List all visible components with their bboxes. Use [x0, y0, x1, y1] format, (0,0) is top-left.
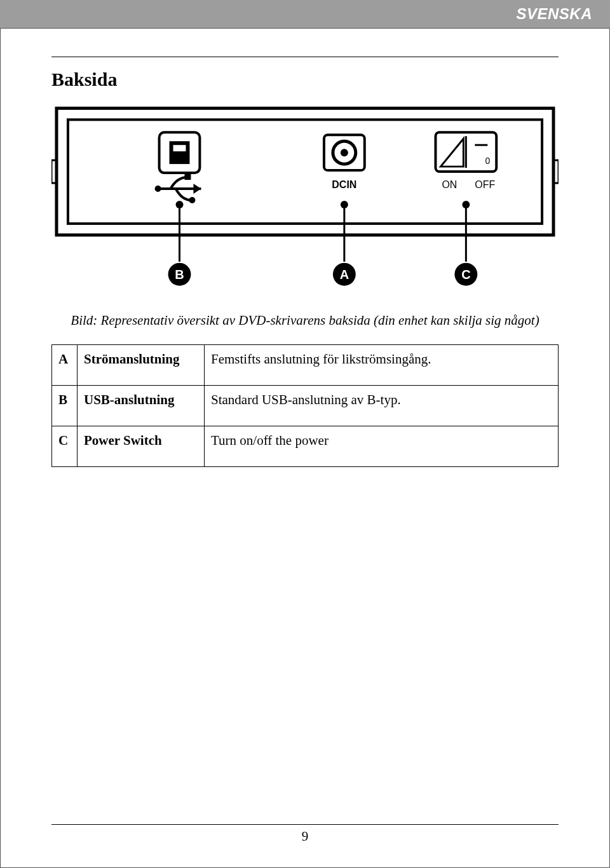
header-language: SVENSKA — [516, 5, 592, 23]
row-desc: Femstifts anslutning för likströmsingång… — [205, 345, 559, 386]
row-name: Power Switch — [78, 426, 205, 467]
dcin-label: DCIN — [332, 179, 356, 190]
svg-point-11 — [189, 197, 195, 203]
svg-rect-2 — [51, 160, 57, 183]
top-rule — [51, 57, 559, 57]
table-row: A Strömanslutning Femstifts anslutning f… — [52, 345, 559, 386]
svg-marker-17 — [440, 139, 463, 166]
table-row: C Power Switch Turn on/off the power — [52, 426, 559, 467]
rear-panel-diagram: DCIN 0 ON OFF B A C — [51, 103, 559, 294]
callout-c: C — [461, 268, 470, 281]
row-name: Strömanslutning — [78, 345, 205, 386]
row-id: A — [52, 345, 78, 386]
svg-rect-3 — [553, 160, 559, 183]
row-desc: Turn on/off the power — [205, 426, 559, 467]
svg-text:0: 0 — [485, 156, 490, 166]
figure-caption: Bild: Representativ översikt av DVD-skri… — [51, 311, 559, 329]
row-desc: Standard USB-anslutning av B-typ. — [205, 386, 559, 426]
header-bar: SVENSKA — [0, 0, 610, 28]
svg-point-14 — [341, 149, 348, 156]
page-footer: 9 — [51, 824, 559, 844]
off-label: OFF — [475, 179, 495, 190]
page-body: Baksida — [0, 28, 610, 868]
svg-rect-5 — [170, 141, 190, 164]
on-label: ON — [442, 179, 457, 190]
footer-rule — [51, 824, 559, 825]
row-id: C — [52, 426, 78, 467]
row-name: USB-anslutning — [78, 386, 205, 426]
page-number: 9 — [51, 829, 559, 844]
table-row: B USB-anslutning Standard USB-anslutning… — [52, 386, 559, 426]
section-title: Baksida — [51, 69, 559, 90]
row-id: B — [52, 386, 78, 426]
callout-a: A — [340, 268, 349, 281]
spec-table: A Strömanslutning Femstifts anslutning f… — [51, 344, 559, 467]
svg-marker-9 — [193, 184, 201, 194]
svg-rect-6 — [173, 145, 186, 151]
svg-rect-10 — [184, 173, 191, 180]
callout-b: B — [175, 268, 184, 281]
